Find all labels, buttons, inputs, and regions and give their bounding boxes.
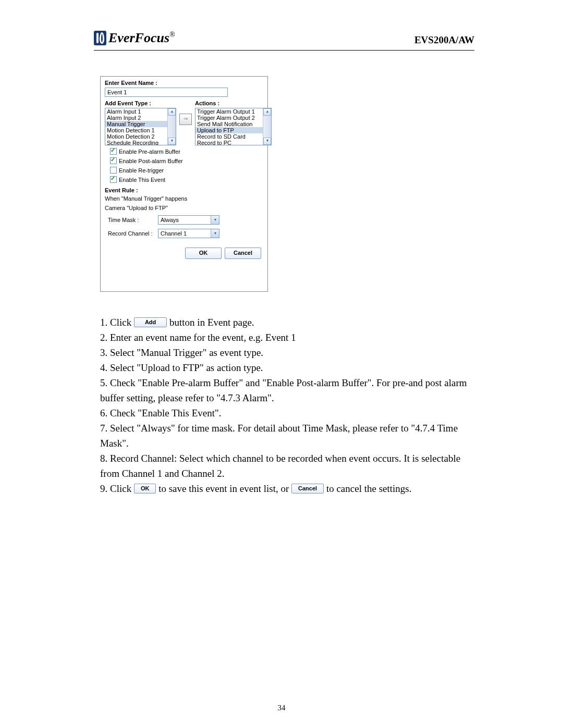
header-divider [94, 50, 474, 51]
assign-arrow-button[interactable]: ⇒ [179, 114, 192, 125]
instruction-2: 2. Enter an event name for the event, e.… [100, 330, 472, 345]
time-mask-select[interactable]: Always ▾ [158, 215, 219, 225]
ok-button[interactable]: OK [185, 248, 222, 259]
enable-event-label: Enable This Event [119, 177, 165, 183]
time-mask-label: Time Mask : [108, 217, 158, 223]
model-label: EVS200A/AW [414, 34, 474, 46]
instruction-1: 1. Click Add button in Event page. [100, 315, 472, 330]
list-item[interactable]: Manual Trigger [105, 121, 176, 127]
brand-text: EverFocus® [108, 30, 175, 46]
inline-add-button: Add [134, 317, 167, 327]
instruction-6: 6. Check "Enable This Event". [100, 405, 472, 421]
instruction-7: 7. Select "Always" for time mask. For de… [100, 421, 472, 451]
scroll-down-icon[interactable]: ▾ [168, 138, 176, 145]
instructions: 1. Click Add button in Event page. 2. En… [100, 315, 472, 496]
retrigger-label: Enable Re-trigger [119, 167, 164, 174]
list-item[interactable]: Trigger Alarm Output 2 [195, 115, 271, 121]
record-channel-select[interactable]: Channel 1 ▾ [158, 229, 219, 238]
scroll-up-icon[interactable]: ▴ [263, 108, 271, 116]
checkbox-icon[interactable] [110, 167, 117, 174]
inline-ok-button: OK [134, 484, 156, 493]
checkbox-icon[interactable] [110, 148, 117, 155]
list-item[interactable]: Record to PC [195, 140, 271, 145]
event-name-label: Enter Event Name : [105, 80, 263, 86]
list-item[interactable]: Motion Detection 1 [105, 127, 176, 133]
scroll-down-icon[interactable]: ▾ [263, 138, 271, 145]
list-item[interactable]: Trigger Alarm Output 1 [195, 108, 271, 115]
list-item[interactable]: Upload to FTP [195, 127, 271, 133]
list-item[interactable]: Schedule Recording [105, 140, 176, 145]
actions-label: Actions : [195, 100, 272, 106]
list-item[interactable]: Alarm Input 1 [105, 108, 176, 115]
checkbox-icon[interactable] [110, 176, 117, 183]
instruction-8: 8. Record Channel: Select which channel … [100, 451, 472, 481]
record-channel-label: Record Channel : [108, 230, 158, 237]
logo-icon [94, 31, 106, 45]
post-alarm-label: Enable Post-alarm Buffer [119, 158, 183, 164]
page-number: 34 [0, 704, 563, 712]
add-event-type-label: Add Event Type : [105, 100, 176, 106]
rule-line-2: Camera "Upload to FTP" [105, 205, 263, 211]
chevron-down-icon[interactable]: ▾ [211, 229, 219, 238]
retrigger-checkbox-row[interactable]: Enable Re-trigger [110, 167, 263, 174]
list-item[interactable]: Record to SD Card [195, 133, 271, 140]
instruction-9: 9. Click OK to save this event in event … [100, 481, 472, 496]
checkbox-icon[interactable] [110, 157, 117, 164]
scrollbar[interactable]: ▴ ▾ [263, 108, 271, 145]
scroll-up-icon[interactable]: ▴ [168, 108, 176, 116]
list-item[interactable]: Motion Detection 2 [105, 133, 176, 140]
inline-cancel-button: Cancel [291, 484, 324, 493]
instruction-3: 3. Select "Manual Trigger" as event type… [100, 345, 472, 360]
cancel-button[interactable]: Cancel [225, 248, 261, 259]
event-type-listbox[interactable]: Alarm Input 1 Alarm Input 2 Manual Trigg… [105, 108, 176, 145]
actions-listbox[interactable]: Trigger Alarm Output 1 Trigger Alarm Out… [195, 108, 272, 145]
pre-alarm-label: Enable Pre-alarm Buffer [119, 149, 180, 155]
rule-line-1: When "Manual Trigger" happens [105, 195, 263, 202]
event-dialog: Enter Event Name : Add Event Type : Alar… [100, 76, 268, 292]
list-item[interactable]: Send Mail Notification [195, 121, 271, 127]
time-mask-value: Always [161, 217, 179, 223]
chevron-down-icon[interactable]: ▾ [211, 216, 219, 224]
post-alarm-checkbox-row[interactable]: Enable Post-alarm Buffer [110, 157, 263, 164]
event-rule-label: Event Rule : [105, 187, 263, 193]
brand-logo: EverFocus® [94, 30, 175, 46]
instruction-4: 4. Select "Upload to FTP" as action type… [100, 360, 472, 375]
event-name-input[interactable] [105, 88, 228, 97]
instruction-5: 5. Check "Enable Pre-alarm Buffer" and "… [100, 375, 472, 405]
record-channel-value: Channel 1 [161, 230, 187, 237]
enable-event-checkbox-row[interactable]: Enable This Event [110, 176, 263, 183]
list-item[interactable]: Alarm Input 2 [105, 115, 176, 121]
pre-alarm-checkbox-row[interactable]: Enable Pre-alarm Buffer [110, 148, 263, 155]
scrollbar[interactable]: ▴ ▾ [167, 108, 176, 145]
